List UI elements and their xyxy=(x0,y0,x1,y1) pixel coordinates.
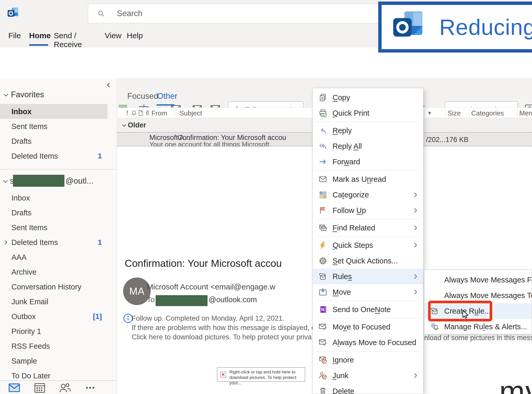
folder-drafts[interactable]: Drafts xyxy=(0,205,117,220)
menu-item-mark-as-unread[interactable]: Mark as Unread xyxy=(313,171,423,187)
folder-deleted-items[interactable]: Deleted Items1 xyxy=(0,235,117,250)
menu-item-always-move-to-focused[interactable]: Always Move to Focused xyxy=(313,335,423,350)
menu-help[interactable]: Help xyxy=(127,31,143,40)
reply-all-icon xyxy=(318,142,327,151)
menu-item-reply[interactable]: Reply xyxy=(313,123,423,138)
menu-item-label: Forward xyxy=(332,158,360,166)
chevron-down-icon[interactable] xyxy=(2,178,9,185)
folder-outbox[interactable]: Outbox[1] xyxy=(0,309,117,324)
rules-icon xyxy=(318,272,327,281)
menu-item-always-move-messages-from[interactable]: Always Move Messages From: xyxy=(424,272,532,288)
menu-item-find-related[interactable]: Find Related xyxy=(313,220,423,236)
submenu-arrow-icon xyxy=(412,273,419,280)
search-icon xyxy=(97,10,105,17)
unread-count-badge: 1 xyxy=(98,238,102,247)
group-label: Older xyxy=(128,121,146,129)
to-address-suffix: @outlook.com xyxy=(209,295,257,304)
menu-item-forward[interactable]: Forward xyxy=(313,154,423,170)
folder-aaa[interactable]: AAA xyxy=(0,250,117,264)
column-categories[interactable]: Categories xyxy=(471,109,504,117)
calendar-module-icon[interactable] xyxy=(33,381,46,394)
menu-item-label: Move to Focused xyxy=(332,323,390,331)
video-title-overlay: Reducing xyxy=(378,2,532,53)
chevron-down-icon[interactable] xyxy=(121,122,127,128)
menu-item-label: Move xyxy=(332,288,351,296)
menu-item-rules[interactable]: Rules xyxy=(313,269,423,284)
folder-label: Inbox xyxy=(11,107,31,116)
redaction-box xyxy=(13,175,64,187)
folder-sample[interactable]: Sample xyxy=(0,353,117,368)
email-size: 176 KB xyxy=(445,136,469,144)
folder-priority-1[interactable]: Priority 1 xyxy=(0,324,117,339)
download-pictures-line[interactable]: Click here to download pictures. To help… xyxy=(132,333,312,341)
menu-item-label: Manage Rules & Alerts... xyxy=(444,322,527,331)
people-module-icon[interactable] xyxy=(59,381,72,394)
folder-label: Archive xyxy=(11,268,37,276)
favorite-drafts[interactable]: Drafts xyxy=(0,134,117,148)
menu-item-send-to-onenote[interactable]: NSend to OneNote xyxy=(313,302,423,317)
overlay-title: Reducing xyxy=(439,14,532,40)
chevron-down-icon[interactable] xyxy=(3,92,9,98)
unread-count-badge: [1] xyxy=(93,312,102,321)
categorize-icon xyxy=(318,190,327,199)
favorite-sent-items[interactable]: Sent Items xyxy=(0,119,117,134)
manage-rules-icon xyxy=(430,322,439,331)
menu-item-move-to-focused[interactable]: Move to Focused xyxy=(313,319,423,335)
outlook-window: Search File Home Send / Receive View Hel… xyxy=(0,0,532,394)
tab-other[interactable]: Other xyxy=(157,92,177,101)
folder-to-do-later[interactable]: To Do Later xyxy=(0,368,117,380)
folder-sent-items[interactable]: Sent Items xyxy=(0,220,117,235)
folder-inbox[interactable]: Inbox xyxy=(0,190,117,205)
menu-item-label: Follow Up xyxy=(332,206,366,215)
column-mention[interactable]: Men xyxy=(519,109,532,117)
chevron-right-icon[interactable] xyxy=(3,239,9,246)
column-subject[interactable]: Subject xyxy=(179,109,202,117)
folder-archive[interactable]: Archive xyxy=(0,264,117,279)
menu-item-move[interactable]: Move xyxy=(313,284,423,300)
search-placeholder: Search xyxy=(117,9,142,18)
menu-item-reply-all[interactable]: Reply All xyxy=(313,138,423,154)
sort-arrow-icon[interactable]: ▼ xyxy=(427,111,432,116)
menu-item-label: Reply All xyxy=(332,142,362,151)
menu-item-label: Always Move to Focused xyxy=(332,338,416,347)
watermark-text: mv xyxy=(499,374,532,394)
favorites-list: InboxSent ItemsDraftsDeleted Items1 xyxy=(0,104,117,163)
blocked-image-placeholder[interactable]: Right-click or tap and hold here to down… xyxy=(217,367,305,382)
folder-label: To Do Later xyxy=(11,372,50,380)
favorite-deleted-items[interactable]: Deleted Items1 xyxy=(0,148,117,163)
reply-icon xyxy=(318,126,327,135)
more-modules-icon[interactable] xyxy=(84,381,97,394)
folder-label: Drafts xyxy=(11,137,31,146)
column-from[interactable]: From xyxy=(151,109,167,117)
trash-icon xyxy=(318,387,327,394)
menu-file[interactable]: File xyxy=(8,31,21,40)
blocked-image-x-icon xyxy=(220,371,227,378)
column-size[interactable]: Size xyxy=(448,109,461,117)
menu-item-quick-steps[interactable]: Quick Steps xyxy=(313,237,423,253)
menu-item-categorize[interactable]: Categorize xyxy=(313,187,423,203)
search-input[interactable]: Search xyxy=(88,4,379,23)
menu-item-quick-print[interactable]: Quick Print xyxy=(313,105,423,121)
menu-item-junk[interactable]: Junk xyxy=(313,368,423,383)
folder-conversation-history[interactable]: Conversation History xyxy=(0,279,117,294)
menu-view[interactable]: View xyxy=(105,31,121,40)
menu-send-receive[interactable]: Send / Receive xyxy=(54,31,82,49)
importance-icon[interactable] xyxy=(124,110,130,116)
menu-item-follow-up[interactable]: Follow Up xyxy=(313,203,423,218)
menu-home[interactable]: Home xyxy=(29,31,51,40)
folder-label: Deleted Items xyxy=(11,152,58,160)
menu-item-set-quick-actions[interactable]: Set Quick Actions... xyxy=(313,253,423,269)
redaction-box xyxy=(156,295,208,306)
menu-separator xyxy=(315,170,421,171)
menu-item-delete[interactable]: Delete xyxy=(313,383,423,394)
folder-junk-email[interactable]: Junk Email xyxy=(0,294,117,309)
mail-module-icon[interactable] xyxy=(8,381,21,394)
folder-rss-feeds[interactable]: RSS Feeds xyxy=(0,339,117,353)
menu-item-label: Categorize xyxy=(332,191,369,199)
sender-line[interactable]: Microsoft Account <email@engage.w xyxy=(147,282,312,291)
menu-item-copy[interactable]: Copy xyxy=(313,90,423,105)
menu-item-ignore[interactable]: Ignore xyxy=(313,352,423,368)
collapse-sidebar-icon[interactable] xyxy=(105,82,112,88)
tab-focused[interactable]: Focused xyxy=(127,92,158,101)
favorite-inbox[interactable]: Inbox xyxy=(0,104,108,119)
